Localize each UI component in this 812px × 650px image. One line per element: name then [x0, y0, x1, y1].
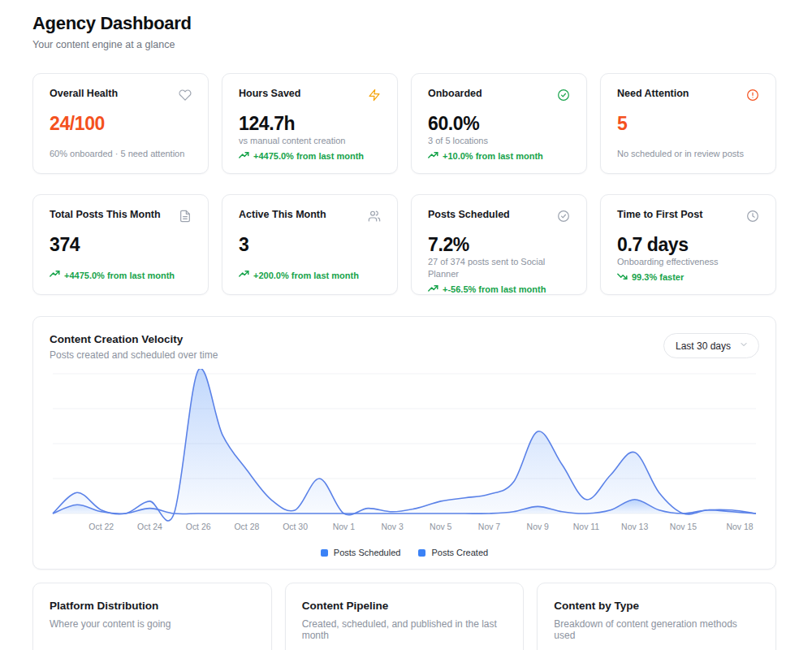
chart-legend: Posts Scheduled Posts Created	[50, 548, 759, 557]
stat-card-posts-scheduled: Posts Scheduled 7.2% 27 of 374 posts sen…	[411, 194, 587, 295]
stat-subtitle: 27 of 374 posts sent to Social Planner	[428, 256, 570, 280]
svg-text:Oct 22: Oct 22	[89, 522, 114, 531]
velocity-chart: Oct 22Oct 24Oct 26Oct 28Oct 30Nov 1Nov 3…	[50, 369, 759, 544]
legend-swatch-created	[418, 549, 425, 557]
card-title: Platform Distribution	[50, 600, 255, 612]
svg-text:Oct 30: Oct 30	[283, 522, 308, 531]
check-circle-icon	[557, 210, 570, 223]
stat-title: Active This Month	[239, 209, 326, 220]
stat-title: Time to First Post	[617, 209, 702, 220]
check-circle-icon	[557, 89, 570, 102]
svg-text:Nov 18: Nov 18	[726, 522, 753, 531]
svg-text:Nov 3: Nov 3	[381, 522, 403, 531]
svg-text:Nov 13: Nov 13	[621, 522, 648, 531]
platform-distribution-card: Platform Distribution Where your content…	[32, 583, 272, 650]
legend-item-posts-scheduled[interactable]: Posts Scheduled	[321, 548, 401, 557]
stat-trend-text: 99.3% faster	[632, 272, 684, 282]
stat-trend: +4475.0% from last month	[50, 269, 192, 281]
svg-text:Nov 9: Nov 9	[527, 522, 549, 531]
stat-value: 5	[617, 113, 759, 135]
stat-trend: +-56.5% from last month	[428, 284, 570, 296]
page-subtitle: Your content engine at a glance	[32, 39, 776, 50]
page-header: Agency Dashboard Your content engine at …	[32, 13, 776, 50]
card-title: Content Pipeline	[302, 600, 508, 612]
stat-card-overall-health: Overall Health 24/100 60% onboarded · 5 …	[32, 73, 209, 174]
chevron-down-icon	[739, 340, 749, 352]
stat-card-onboarded: Onboarded 60.0% 3 of 5 locations +10.0% …	[411, 73, 587, 174]
trending-up-icon	[428, 284, 438, 296]
svg-text:Nov 5: Nov 5	[430, 522, 451, 531]
svg-text:Nov 11: Nov 11	[573, 522, 600, 531]
svg-text:Oct 28: Oct 28	[234, 522, 259, 531]
stat-title: Overall Health	[50, 88, 118, 99]
stat-title: Posts Scheduled	[428, 209, 510, 220]
dashboard-page: Agency Dashboard Your content engine at …	[0, 0, 812, 650]
stat-trend: 99.3% faster	[617, 271, 759, 284]
trending-down-icon	[617, 271, 628, 284]
bottom-grid: Platform Distribution Where your content…	[32, 583, 776, 650]
stat-subtitle: Onboarding effectiveness	[617, 256, 759, 268]
stat-value: 7.2%	[428, 234, 570, 256]
stat-value: 374	[50, 234, 192, 256]
stat-title: Hours Saved	[239, 88, 300, 99]
stat-value: 124.7h	[239, 113, 381, 135]
stat-value: 3	[239, 234, 381, 256]
legend-swatch-scheduled	[321, 549, 328, 557]
content-pipeline-card: Content Pipeline Created, scheduled, and…	[285, 583, 525, 650]
stat-title: Onboarded	[428, 88, 482, 99]
trending-up-icon	[50, 269, 60, 281]
content-by-type-card: Content by Type Breakdown of content gen…	[537, 583, 776, 650]
heart-icon	[179, 89, 192, 102]
stat-card-time-to-first-post: Time to First Post 0.7 days Onboarding e…	[600, 194, 776, 295]
card-subtitle: Breakdown of content generation methods …	[554, 618, 759, 641]
stat-trend-text: +-56.5% from last month	[443, 284, 546, 294]
alert-circle-icon	[746, 89, 759, 102]
card-subtitle: Created, scheduled, and published in the…	[302, 618, 508, 641]
stat-subtitle: 60% onboarded · 5 need attention	[50, 148, 192, 160]
legend-label: Posts Scheduled	[334, 548, 401, 557]
stat-card-hours-saved: Hours Saved 124.7h vs manual content cre…	[222, 73, 398, 174]
stat-trend-text: +4475.0% from last month	[253, 151, 364, 161]
stat-card-active-month: Active This Month 3 +200.0% from last mo…	[222, 194, 398, 295]
stat-title: Total Posts This Month	[50, 209, 161, 220]
trending-up-icon	[239, 150, 249, 162]
velocity-chart-svg: Oct 22Oct 24Oct 26Oct 28Oct 30Nov 1Nov 3…	[50, 369, 759, 544]
stat-subtitle: No scheduled or in review posts	[617, 148, 759, 160]
card-title: Content by Type	[554, 600, 759, 612]
stats-grid: Overall Health 24/100 60% onboarded · 5 …	[32, 73, 776, 295]
chart-subtitle: Posts created and scheduled over time	[50, 349, 218, 361]
stat-subtitle: 3 of 5 locations	[428, 135, 570, 147]
clock-icon	[746, 210, 759, 223]
svg-text:Oct 24: Oct 24	[137, 522, 162, 531]
content-velocity-card: Content Creation Velocity Posts created …	[32, 316, 776, 570]
legend-label: Posts Created	[431, 548, 488, 557]
svg-text:Oct 26: Oct 26	[186, 522, 211, 531]
stat-value: 60.0%	[428, 113, 570, 135]
file-text-icon	[179, 210, 192, 223]
trending-up-icon	[428, 150, 438, 162]
svg-text:Nov 15: Nov 15	[670, 522, 697, 531]
chart-title: Content Creation Velocity	[50, 333, 218, 345]
stat-trend-text: +200.0% from last month	[253, 271, 359, 280]
legend-item-posts-created[interactable]: Posts Created	[418, 548, 488, 557]
stat-title: Need Attention	[617, 88, 689, 99]
stat-card-total-posts: Total Posts This Month 374 +4475.0% from…	[32, 194, 209, 295]
card-subtitle: Where your content is going	[50, 618, 255, 630]
stat-value: 0.7 days	[617, 234, 759, 256]
stat-subtitle: vs manual content creation	[239, 135, 381, 147]
zap-icon	[368, 89, 381, 102]
trending-up-icon	[239, 269, 249, 281]
stat-value: 24/100	[50, 113, 192, 135]
date-range-select[interactable]: Last 30 days	[663, 333, 759, 358]
svg-text:Nov 7: Nov 7	[478, 522, 500, 531]
svg-text:Nov 1: Nov 1	[333, 522, 355, 531]
stat-trend: +10.0% from last month	[428, 150, 570, 162]
page-title: Agency Dashboard	[32, 13, 776, 34]
stat-trend: +200.0% from last month	[239, 269, 381, 281]
stat-card-need-attention: Need Attention 5 No scheduled or in revi…	[600, 73, 776, 174]
stat-trend-text: +10.0% from last month	[443, 151, 543, 161]
date-range-value: Last 30 days	[676, 340, 731, 352]
users-icon	[368, 210, 381, 223]
stat-trend-text: +4475.0% from last month	[64, 271, 175, 280]
stat-trend: +4475.0% from last month	[239, 150, 381, 162]
